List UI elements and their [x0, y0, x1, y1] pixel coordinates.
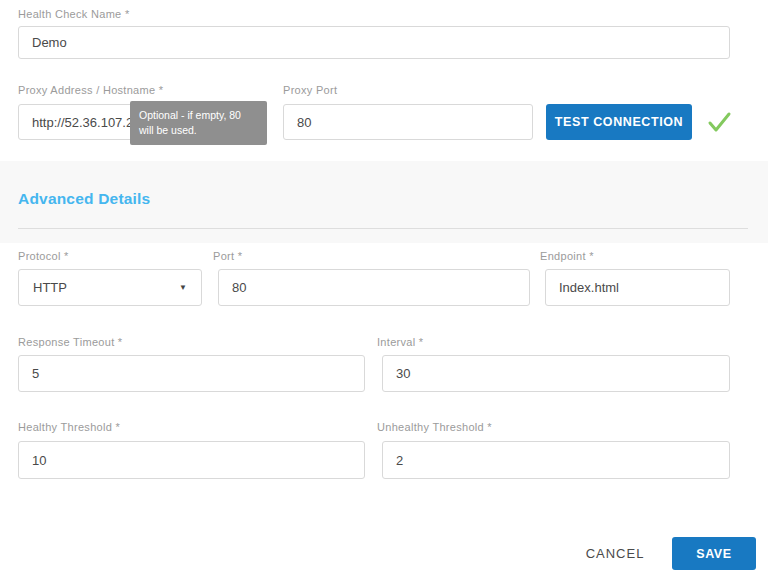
cancel-button[interactable]: CANCEL [575, 540, 655, 566]
chevron-down-icon: ▼ [179, 284, 187, 292]
success-check-icon [704, 108, 734, 140]
advanced-details-title: Advanced Details [18, 190, 150, 208]
section-divider [18, 228, 748, 229]
proxy-port-input[interactable] [283, 104, 533, 140]
proxy-address-label: Proxy Address / Hostname * [18, 84, 163, 96]
unhealthy-threshold-label: Unhealthy Threshold * [377, 421, 492, 433]
endpoint-label: Endpoint * [540, 250, 594, 262]
proxy-port-tooltip: Optional - if empty, 80 will be used. [130, 101, 267, 145]
health-check-name-input[interactable] [18, 26, 730, 59]
proxy-port-label: Proxy Port [283, 84, 337, 96]
protocol-label: Protocol * [18, 250, 69, 262]
healthy-threshold-input[interactable] [18, 441, 365, 479]
port-input[interactable] [218, 269, 530, 306]
health-check-form: Health Check Name * Proxy Address / Host… [0, 0, 768, 580]
interval-input[interactable] [382, 355, 730, 392]
healthy-threshold-label: Healthy Threshold * [18, 421, 120, 433]
test-connection-button[interactable]: TEST CONNECTION [546, 104, 692, 140]
response-timeout-input[interactable] [18, 355, 365, 392]
unhealthy-threshold-input[interactable] [382, 441, 730, 479]
endpoint-input[interactable] [545, 269, 730, 306]
protocol-select[interactable]: HTTP ▼ [18, 269, 202, 306]
port-label: Port * [213, 250, 242, 262]
interval-label: Interval * [377, 336, 423, 348]
health-check-name-label: Health Check Name * [18, 8, 129, 20]
protocol-selected-value: HTTP [33, 280, 67, 295]
save-button[interactable]: SAVE [672, 537, 756, 570]
response-timeout-label: Response Timeout * [18, 336, 122, 348]
advanced-details-section: Advanced Details [0, 161, 768, 243]
